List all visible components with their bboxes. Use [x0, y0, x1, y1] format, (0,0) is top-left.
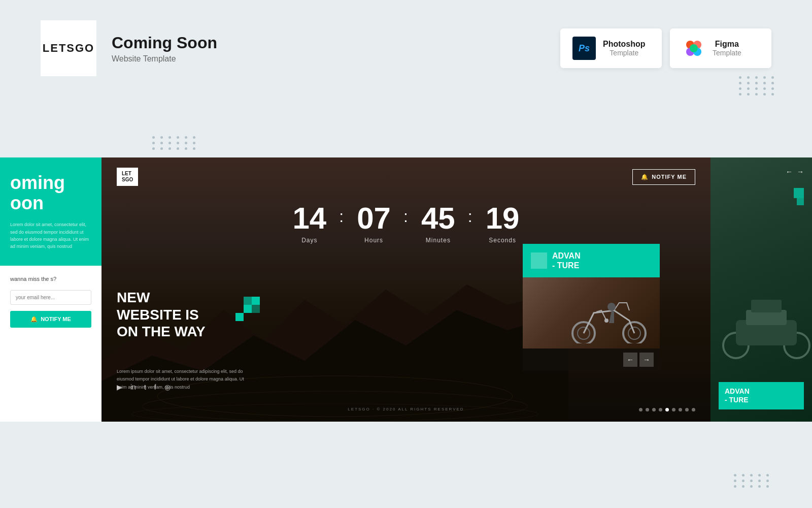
twitter-icon[interactable]: t	[144, 383, 146, 391]
adventure-title: ADVAN - TURE	[552, 251, 581, 270]
page-dot-3[interactable]	[652, 408, 656, 411]
countdown-days: 14 Days	[278, 203, 342, 244]
right-teal-deco-2	[797, 198, 804, 205]
facebook-icon[interactable]: f	[154, 383, 156, 391]
left-cta-text: wanna miss the s?	[10, 276, 91, 282]
pagination-dots	[639, 408, 695, 411]
dots-bottom-right	[734, 474, 771, 488]
adventure-nav: ← →	[523, 348, 660, 371]
center-preview: LET SGO 🔔 NOTIFY ME 14 Days 07 Hours 45 …	[101, 157, 710, 422]
preview-footer: LETSGO · © 2020 ALL RIGHTS RESERVED	[101, 407, 710, 411]
figma-button[interactable]: Figma Template	[670, 28, 771, 68]
motorcycle-silhouette	[563, 293, 655, 343]
minutes-label: Minutes	[421, 237, 455, 244]
left-body: Lorem dolor sit amet, consectetur elit, …	[10, 221, 91, 250]
countdown-minutes: 45 Minutes	[406, 203, 470, 244]
days-number: 14	[293, 203, 327, 234]
preview-notify-button[interactable]: 🔔 NOTIFY ME	[632, 169, 695, 185]
title-area: Coming Soon Website Template	[112, 34, 545, 64]
hours-label: Hours	[357, 237, 391, 244]
linkedin-icon[interactable]: in	[130, 383, 136, 391]
right-nav-arrows: ← →	[786, 168, 804, 176]
dots-top-left	[152, 136, 198, 150]
page-dot-6[interactable]	[672, 408, 675, 411]
teal-deco-4	[244, 297, 252, 305]
preview-nav: LET SGO 🔔 NOTIFY ME	[101, 157, 710, 196]
adventure-icon-box	[531, 252, 547, 269]
days-label: Days	[293, 237, 327, 244]
page-subtitle: Website Template	[112, 54, 545, 64]
countdown-seconds: 19 Seconds	[470, 203, 535, 244]
next-arrow[interactable]: →	[639, 353, 654, 367]
adventure-image	[523, 277, 660, 348]
right-adventure-card: ADVAN - TURE	[719, 382, 804, 409]
seconds-number: 19	[486, 203, 520, 234]
left-card: oming oon Lorem dolor sit amet, consecte…	[0, 157, 101, 422]
teal-deco-2	[244, 305, 252, 313]
left-card-top: oming oon Lorem dolor sit amet, consecte…	[0, 157, 101, 266]
photoshop-btn-text: Photoshop Template	[603, 40, 646, 57]
figma-btn-text: Figma Template	[713, 40, 741, 57]
notify-button-left[interactable]: 🔔 NOTIFY ME	[10, 311, 91, 328]
preview-logo: LET SGO	[117, 168, 138, 186]
seconds-label: Seconds	[486, 237, 520, 244]
email-input[interactable]	[10, 290, 91, 305]
left-card-bottom: wanna miss the s? 🔔 NOTIFY ME	[0, 266, 101, 422]
social-icons: ▶ in t f ◎	[117, 383, 171, 391]
adventure-card: ADVAN - TURE	[523, 244, 660, 371]
teal-deco-5	[252, 305, 260, 313]
svg-point-13	[607, 303, 616, 311]
hours-number: 07	[357, 203, 391, 234]
page-dot-5[interactable]	[665, 408, 669, 411]
instagram-icon[interactable]: ◎	[164, 383, 171, 391]
main-preview: oming oon Lorem dolor sit amet, consecte…	[0, 157, 812, 422]
countdown-hours: 07 Hours	[342, 203, 406, 244]
template-buttons: Ps Photoshop Template Figma Template	[560, 28, 771, 68]
logo: LET SGO	[41, 20, 96, 76]
photoshop-icon: Ps	[572, 37, 596, 60]
right-next-arrow[interactable]: →	[797, 168, 804, 176]
page-dot-7[interactable]	[679, 408, 682, 411]
photoshop-button[interactable]: Ps Photoshop Template	[560, 28, 662, 68]
dots-top-right	[739, 76, 776, 96]
page-title: Coming Soon	[112, 34, 545, 52]
teal-deco-3	[235, 313, 244, 321]
svg-point-4	[690, 44, 698, 52]
teal-deco-1	[252, 297, 260, 305]
page-dot-2[interactable]	[646, 408, 649, 411]
countdown: 14 Days 07 Hours 45 Minutes 19 Seconds	[101, 203, 710, 244]
header: LET SGO Coming Soon Website Template Ps …	[0, 0, 812, 86]
right-prev-arrow[interactable]: ←	[786, 168, 793, 176]
figma-icon	[682, 37, 705, 60]
right-teal-deco	[794, 188, 804, 198]
page-dot-1[interactable]	[639, 408, 642, 411]
prev-arrow[interactable]: ←	[623, 353, 637, 367]
left-heading: oming oon	[10, 173, 91, 213]
page-dot-9[interactable]	[692, 408, 695, 411]
page-dot-4[interactable]	[659, 408, 662, 411]
youtube-icon[interactable]: ▶	[117, 383, 122, 391]
page-dot-8[interactable]	[685, 408, 689, 411]
preview-heading: NEW WEBSITE IS ON THE WAY	[117, 289, 206, 340]
right-card-content: ← → ADVAN - TURE	[710, 157, 812, 422]
right-card: ← → ADVAN - TURE	[710, 157, 812, 422]
minutes-number: 45	[421, 203, 455, 234]
